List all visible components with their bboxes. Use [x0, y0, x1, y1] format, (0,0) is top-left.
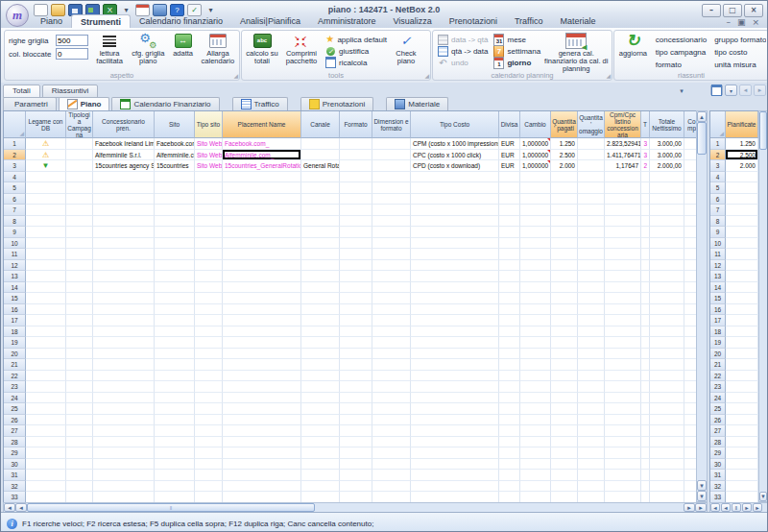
cell-canale-r5[interactable] — [301, 182, 340, 194]
cell-tipocosto-r19[interactable] — [411, 337, 499, 349]
cell-divisa-r3[interactable]: EUR — [499, 160, 520, 172]
cell-rownum-r3[interactable]: 3 — [4, 160, 26, 172]
cell-sito-r23[interactable] — [155, 381, 195, 393]
cell-dimensione-r20[interactable] — [372, 349, 411, 360]
cell-concessionario-r20[interactable] — [93, 349, 155, 360]
cell-tipologia-r26[interactable] — [66, 415, 93, 426]
cell-divisa-r19[interactable] — [499, 337, 520, 349]
side-rownum-header[interactable]: ◢ — [710, 111, 726, 138]
close-button[interactable]: × — [744, 4, 763, 17]
side-cell-pianificate-r12[interactable] — [726, 260, 758, 272]
cell-tiposito-r13[interactable] — [195, 271, 223, 282]
side-rownum-r2[interactable]: 2 — [710, 150, 726, 161]
cell-rownum-r4[interactable]: 4 — [4, 172, 26, 183]
mese-button[interactable]: 31 mese — [493, 35, 540, 44]
cell-dimensione-r22[interactable] — [372, 371, 411, 382]
comprimi-pacchetto-button[interactable]: ↘↙↗↖ Comprimi pacchetto — [280, 32, 323, 70]
side-rownum-r28[interactable]: 28 — [710, 437, 726, 448]
cell-t-r26[interactable] — [641, 415, 650, 426]
cell-cambio-r32[interactable] — [520, 481, 551, 493]
cell-tipologia-r30[interactable] — [66, 459, 93, 471]
mdi-minimize-button[interactable]: – — [726, 17, 731, 27]
cell-sito-r21[interactable] — [155, 359, 195, 371]
cell-dimensione-r26[interactable] — [372, 415, 411, 426]
cell-cambio-r11[interactable] — [520, 249, 551, 260]
side-cell-pianificate-r29[interactable] — [726, 447, 758, 459]
cell-tipocosto-r27[interactable] — [411, 425, 499, 437]
cell-cambio-r1[interactable]: 1,000000 — [520, 138, 551, 150]
side-rownum-r3[interactable]: 3 — [710, 160, 726, 172]
cell-formato-r13[interactable] — [340, 271, 372, 282]
cell-qomaggio-r20[interactable] — [578, 349, 605, 360]
cell-placement-r31[interactable] — [223, 470, 301, 481]
cell-cambio-r4[interactable] — [520, 172, 551, 183]
cell-canale-r25[interactable] — [301, 403, 340, 415]
cfg-griglia-piano-button[interactable]: ⚙⚙ cfg. griglia piano — [129, 32, 167, 70]
side-cell-pianificate-r19[interactable] — [726, 337, 758, 349]
cell-canale-r8[interactable] — [301, 216, 340, 228]
side-rownum-r15[interactable]: 15 — [710, 293, 726, 304]
cell-cpmcpc-r20[interactable] — [605, 349, 641, 360]
cell-cpmcpc-r14[interactable] — [605, 282, 641, 294]
cell-legame-r26[interactable] — [26, 415, 66, 426]
cell-cambio-r30[interactable] — [520, 459, 551, 471]
cell-t-r12[interactable] — [641, 260, 650, 272]
cell-cpmcpc-r8[interactable] — [605, 216, 641, 228]
cell-cambio-r22[interactable] — [520, 371, 551, 382]
cell-cpmcpc-r10[interactable] — [605, 238, 641, 250]
cell-concessionario-r3[interactable]: 15countries agency Sagl — [93, 160, 155, 172]
tab-parametri[interactable]: Parametri — [3, 97, 57, 110]
cell-t-r11[interactable] — [641, 249, 650, 260]
cell-dimensione-r16[interactable] — [372, 304, 411, 316]
cell-concessionario-r9[interactable] — [93, 227, 155, 238]
cell-rownum-r6[interactable]: 6 — [4, 194, 26, 206]
cell-legame-r15[interactable] — [26, 293, 66, 304]
cell-sito-r13[interactable] — [155, 271, 195, 282]
cell-cambio-r26[interactable] — [520, 415, 551, 426]
cell-tipocosto-r16[interactable] — [411, 304, 499, 316]
cell-cambio-r16[interactable] — [520, 304, 551, 316]
side-cell-pianificate-r32[interactable] — [726, 481, 758, 493]
cell-legame-r25[interactable] — [26, 403, 66, 415]
cell-concessionario-r13[interactable] — [93, 271, 155, 282]
cell-sito-r25[interactable] — [155, 403, 195, 415]
side-cell-pianificate-r17[interactable] — [726, 315, 758, 326]
side-calendar-button[interactable] — [710, 85, 723, 96]
cell-rownum-r15[interactable]: 15 — [4, 293, 26, 304]
cell-formato-r18[interactable] — [340, 326, 372, 338]
side-cell-pianificate-r9[interactable] — [726, 227, 758, 238]
cell-tiposito-r12[interactable] — [195, 260, 223, 272]
cell-divisa-r13[interactable] — [499, 271, 520, 282]
cell-tipocosto-r13[interactable] — [411, 271, 499, 282]
cell-tipologia-r16[interactable] — [66, 304, 93, 316]
cell-qpagata-r27[interactable] — [551, 425, 578, 437]
side-cell-pianificate-r18[interactable] — [726, 326, 758, 338]
cell-formato-r4[interactable] — [340, 172, 372, 183]
cell-legame-r21[interactable] — [26, 359, 66, 371]
cell-divisa-r25[interactable] — [499, 403, 520, 415]
cell-cpmcpc-r30[interactable] — [605, 459, 641, 471]
column-header-qomaggio[interactable]: Quantita' omaggio — [578, 111, 605, 138]
cell-formato-r1[interactable] — [340, 138, 372, 150]
cell-placement-r15[interactable] — [223, 293, 301, 304]
cell-t-r18[interactable] — [641, 326, 650, 338]
cell-qomaggio-r14[interactable] — [578, 282, 605, 294]
cell-tiposito-r32[interactable] — [195, 481, 223, 493]
cell-t-r25[interactable] — [641, 403, 650, 415]
cell-qomaggio-r33[interactable] — [578, 492, 605, 502]
cell-tipocosto-r7[interactable] — [411, 205, 499, 216]
riassunti-link-gruppo-formato[interactable]: gruppo formato — [714, 36, 766, 44]
riassunti-link-tipo-campagna[interactable]: tipo campagna — [656, 48, 707, 57]
cell-sito-r32[interactable] — [155, 481, 195, 493]
cell-t-r10[interactable] — [641, 238, 650, 250]
cell-placement-r12[interactable] — [223, 260, 301, 272]
cell-tiposito-r4[interactable] — [195, 172, 223, 183]
cell-formato-r28[interactable] — [340, 437, 372, 448]
cell-formato-r26[interactable] — [340, 415, 372, 426]
cell-totale-r9[interactable] — [650, 227, 684, 238]
cell-tipocosto-r14[interactable] — [411, 282, 499, 294]
cell-tipologia-r24[interactable] — [66, 393, 93, 404]
cell-placement-r24[interactable] — [223, 393, 301, 404]
cell-dimensione-r17[interactable] — [372, 315, 411, 326]
cell-tipologia-r10[interactable] — [66, 238, 93, 250]
